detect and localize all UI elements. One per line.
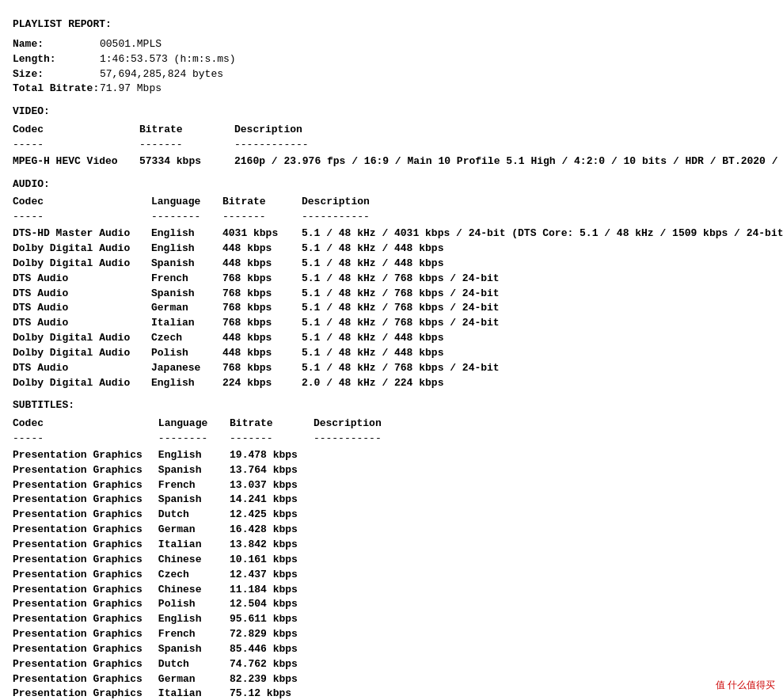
sub-div-4: ----------- <box>314 432 401 448</box>
audio-cell-codec: DTS Audio <box>13 316 151 331</box>
sub-cell-bitrate: 12.437 kbps <box>230 568 314 583</box>
video-header-row: Codec Bitrate Description <box>13 123 783 138</box>
sub-cell-codec: Presentation Graphics <box>13 642 158 657</box>
video-div-2: ------- <box>139 138 234 154</box>
video-table: Codec Bitrate Description ----- ------- … <box>13 123 783 169</box>
sub-div-2: -------- <box>158 432 230 448</box>
sub-cell-description <box>314 583 401 598</box>
subtitles-divider-row: ----- -------- ------- ----------- <box>13 432 401 448</box>
audio-cell-language: Japanese <box>151 361 222 376</box>
watermark: 值 什么值得买 <box>716 679 775 692</box>
audio-header-row: Codec Language Bitrate Description <box>13 195 783 210</box>
sub-cell-bitrate: 10.161 kbps <box>230 553 314 568</box>
sub-cell-codec: Presentation Graphics <box>13 568 158 583</box>
audio-row: DTS Audio Italian 768 kbps 5.1 / 48 kHz … <box>13 316 783 331</box>
audio-cell-bitrate: 768 kbps <box>222 361 302 376</box>
audio-cell-codec: Dolby Digital Audio <box>13 242 151 257</box>
audio-cell-description: 5.1 / 48 kHz / 768 kbps / 24-bit <box>302 301 783 316</box>
audio-cell-bitrate: 768 kbps <box>222 301 302 316</box>
sub-cell-language: Italian <box>158 538 230 553</box>
sub-cell-codec: Presentation Graphics <box>13 583 158 598</box>
sub-cell-bitrate: 13.037 kbps <box>230 478 314 493</box>
sub-cell-bitrate: 75.12 kbps <box>230 687 314 700</box>
audio-cell-codec: DTS Audio <box>13 287 151 302</box>
name-row: Name: 00501.MPLS <box>13 37 770 52</box>
audio-cell-bitrate: 448 kbps <box>222 242 302 257</box>
subtitles-table: Codec Language Bitrate Description -----… <box>13 417 401 700</box>
audio-cell-language: English <box>151 376 222 391</box>
subtitle-row: Presentation Graphics Czech 12.437 kbps <box>13 568 401 583</box>
sub-cell-language: French <box>158 627 230 642</box>
subtitle-row: Presentation Graphics French 13.037 kbps <box>13 478 401 493</box>
audio-cell-codec: DTS Audio <box>13 361 151 376</box>
audio-cell-codec: Dolby Digital Audio <box>13 346 151 361</box>
bitrate-label: Total Bitrate: <box>13 82 100 97</box>
sub-cell-description <box>314 627 401 642</box>
audio-cell-bitrate: 448 kbps <box>222 257 302 272</box>
subtitle-row: Presentation Graphics Dutch 74.762 kbps <box>13 657 401 672</box>
audio-cell-description: 5.1 / 48 kHz / 768 kbps / 24-bit <box>302 316 783 331</box>
subtitle-row: Presentation Graphics Polish 12.504 kbps <box>13 597 401 612</box>
subtitle-row: Presentation Graphics German 16.428 kbps <box>13 523 401 538</box>
bitrate-value: 71.97 Mbps <box>100 82 162 97</box>
audio-div-1: ----- <box>13 210 151 226</box>
bitrate-row: Total Bitrate: 71.97 Mbps <box>13 82 770 97</box>
sub-cell-language: Italian <box>158 687 230 700</box>
sub-col-language: Language <box>158 417 230 432</box>
subtitles-section: SUBTITLES: Codec Language Bitrate Descri… <box>13 398 770 700</box>
audio-row: Dolby Digital Audio Polish 448 kbps 5.1 … <box>13 346 783 361</box>
sub-cell-language: Chinese <box>158 553 230 568</box>
sub-cell-description <box>314 568 401 583</box>
sub-cell-language: English <box>158 448 230 463</box>
sub-cell-codec: Presentation Graphics <box>13 657 158 672</box>
sub-cell-description <box>314 508 401 523</box>
audio-cell-description: 5.1 / 48 kHz / 448 kbps <box>302 346 783 361</box>
audio-cell-bitrate: 768 kbps <box>222 316 302 331</box>
sub-cell-bitrate: 19.478 kbps <box>230 448 314 463</box>
sub-cell-language: Spanish <box>158 463 230 478</box>
audio-cell-description: 2.0 / 48 kHz / 224 kbps <box>302 376 783 391</box>
sub-cell-codec: Presentation Graphics <box>13 448 158 463</box>
sub-cell-codec: Presentation Graphics <box>13 508 158 523</box>
sub-cell-bitrate: 95.611 kbps <box>230 612 314 627</box>
video-divider-row: ----- ------- ------------ <box>13 138 783 154</box>
audio-col-bitrate: Bitrate <box>222 195 302 210</box>
audio-cell-bitrate: 448 kbps <box>222 346 302 361</box>
size-row: Size: 57,694,285,824 bytes <box>13 67 770 82</box>
sub-cell-codec: Presentation Graphics <box>13 597 158 612</box>
video-cell-bitrate: 57334 kbps <box>139 154 234 169</box>
audio-cell-codec: Dolby Digital Audio <box>13 257 151 272</box>
audio-cell-codec: Dolby Digital Audio <box>13 376 151 391</box>
sub-cell-codec: Presentation Graphics <box>13 553 158 568</box>
sub-cell-description <box>314 523 401 538</box>
sub-cell-codec: Presentation Graphics <box>13 687 158 700</box>
length-label: Length: <box>13 52 100 67</box>
audio-cell-codec: DTS Audio <box>13 272 151 287</box>
subtitles-body: Presentation Graphics English 19.478 kbp… <box>13 448 401 700</box>
audio-cell-language: Spanish <box>151 287 222 302</box>
audio-row: DTS Audio Japanese 768 kbps 5.1 / 48 kHz… <box>13 361 783 376</box>
sub-cell-bitrate: 82.239 kbps <box>230 672 314 687</box>
length-row: Length: 1:46:53.573 (h:m:s.ms) <box>13 52 770 67</box>
audio-row: DTS Audio Spanish 768 kbps 5.1 / 48 kHz … <box>13 287 783 302</box>
sub-cell-description <box>314 478 401 493</box>
audio-cell-bitrate: 768 kbps <box>222 287 302 302</box>
sub-cell-bitrate: 12.425 kbps <box>230 508 314 523</box>
name-value: 00501.MPLS <box>100 37 162 52</box>
sub-cell-codec: Presentation Graphics <box>13 463 158 478</box>
sub-cell-codec: Presentation Graphics <box>13 478 158 493</box>
sub-cell-language: Czech <box>158 568 230 583</box>
sub-cell-codec: Presentation Graphics <box>13 538 158 553</box>
sub-cell-bitrate: 85.446 kbps <box>230 642 314 657</box>
subtitle-row: Presentation Graphics Dutch 12.425 kbps <box>13 508 401 523</box>
audio-cell-language: Spanish <box>151 257 222 272</box>
video-col-description: Description <box>234 123 783 138</box>
subtitle-row: Presentation Graphics Chinese 10.161 kbp… <box>13 553 401 568</box>
sub-cell-language: Spanish <box>158 642 230 657</box>
audio-body: DTS-HD Master Audio English 4031 kbps 5.… <box>13 226 783 390</box>
sub-cell-codec: Presentation Graphics <box>13 627 158 642</box>
video-title: VIDEO: <box>13 105 770 120</box>
audio-row: DTS-HD Master Audio English 4031 kbps 5.… <box>13 226 783 242</box>
audio-divider-row: ----- -------- ------- ----------- <box>13 210 783 226</box>
audio-col-description: Description <box>302 195 783 210</box>
